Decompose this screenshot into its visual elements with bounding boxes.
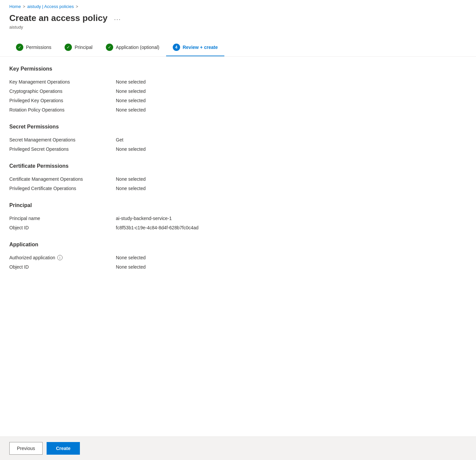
application-check-icon: ✓ (106, 44, 113, 51)
key-mgmt-ops-value: None selected (116, 79, 290, 85)
footer-bar: Previous Create (0, 436, 476, 460)
previous-button[interactable]: Previous (9, 442, 43, 455)
key-permissions-heading: Key Permissions (9, 66, 290, 72)
principal-heading: Principal (9, 202, 290, 208)
rotation-policy-ops-row: Rotation Policy Operations None selected (9, 105, 290, 115)
principal-name-value: ai-study-backend-service-1 (116, 216, 290, 221)
secret-mgmt-ops-value: Get (116, 137, 290, 142)
priv-secret-ops-value: None selected (116, 146, 290, 152)
app-object-id-label: Object ID (9, 264, 116, 270)
principal-check-icon: ✓ (65, 44, 72, 51)
application-heading: Application (9, 242, 290, 248)
tab-application[interactable]: ✓ Application (optional) (99, 40, 166, 56)
tab-permissions[interactable]: ✓ Permissions (9, 40, 58, 56)
certificate-permissions-heading: Certificate Permissions (9, 163, 290, 169)
tab-review-label: Review + create (183, 45, 218, 50)
page-title: Create an access policy (9, 13, 108, 23)
breadcrumb-sep-2: > (76, 4, 78, 9)
crypto-ops-row: Cryptographic Operations None selected (9, 87, 290, 96)
priv-key-ops-label: Privileged Key Operations (9, 98, 116, 103)
principal-object-id-value: fc8f53b1-c19e-4c84-8d4f-628b7fc0c4ad (116, 225, 290, 230)
tab-principal-label: Principal (75, 45, 93, 50)
priv-key-ops-value: None selected (116, 98, 290, 103)
cert-mgmt-ops-value: None selected (116, 176, 290, 182)
tab-permissions-label: Permissions (26, 45, 51, 50)
priv-cert-ops-row: Privileged Certificate Operations None s… (9, 184, 290, 193)
secret-mgmt-ops-label: Secret Management Operations (9, 137, 116, 142)
priv-secret-ops-label: Privileged Secret Operations (9, 146, 116, 152)
priv-cert-ops-value: None selected (116, 186, 290, 191)
tab-review[interactable]: 4 Review + create (166, 40, 224, 56)
review-step-number: 4 (173, 44, 180, 51)
priv-key-ops-row: Privileged Key Operations None selected (9, 96, 290, 105)
auth-app-label: Authorized application i (9, 255, 116, 260)
auth-app-value: None selected (116, 255, 290, 260)
crypto-ops-value: None selected (116, 89, 290, 94)
secret-mgmt-ops-row: Secret Management Operations Get (9, 135, 290, 144)
create-button[interactable]: Create (47, 442, 80, 455)
app-object-id-row: Object ID None selected (9, 262, 290, 272)
auth-app-row: Authorized application i None selected (9, 253, 290, 262)
rotation-policy-ops-label: Rotation Policy Operations (9, 107, 116, 113)
key-mgmt-ops-label: Key Management Operations (9, 79, 116, 85)
crypto-ops-label: Cryptographic Operations (9, 89, 116, 94)
rotation-policy-ops-value: None selected (116, 107, 290, 113)
principal-object-id-row: Object ID fc8f53b1-c19e-4c84-8d4f-628b7f… (9, 223, 290, 232)
app-object-id-value: None selected (116, 264, 290, 270)
breadcrumb-parent[interactable]: aistudy | Access policies (27, 4, 74, 9)
cert-mgmt-ops-row: Certificate Management Operations None s… (9, 174, 290, 184)
breadcrumb-sep-1: > (23, 4, 25, 9)
breadcrumb-home[interactable]: Home (9, 4, 21, 9)
tab-application-label: Application (optional) (116, 45, 159, 50)
page-header: Create an access policy ... aistudy (0, 12, 476, 35)
main-content: Key Permissions Key Management Operation… (0, 57, 300, 305)
page-subtitle: aistudy (9, 25, 467, 30)
wizard-tabs: ✓ Permissions ✓ Principal ✓ Application … (0, 35, 476, 57)
breadcrumb: Home > aistudy | Access policies > (0, 0, 476, 12)
key-mgmt-ops-row: Key Management Operations None selected (9, 77, 290, 87)
permissions-check-icon: ✓ (16, 44, 23, 51)
secret-permissions-heading: Secret Permissions (9, 124, 290, 130)
tab-principal[interactable]: ✓ Principal (58, 40, 99, 56)
principal-name-row: Principal name ai-study-backend-service-… (9, 214, 290, 223)
priv-cert-ops-label: Privileged Certificate Operations (9, 186, 116, 191)
principal-name-label: Principal name (9, 216, 116, 221)
info-icon[interactable]: i (57, 255, 63, 260)
ellipsis-button[interactable]: ... (112, 13, 124, 23)
priv-secret-ops-row: Privileged Secret Operations None select… (9, 144, 290, 154)
cert-mgmt-ops-label: Certificate Management Operations (9, 176, 116, 182)
principal-object-id-label: Object ID (9, 225, 116, 230)
